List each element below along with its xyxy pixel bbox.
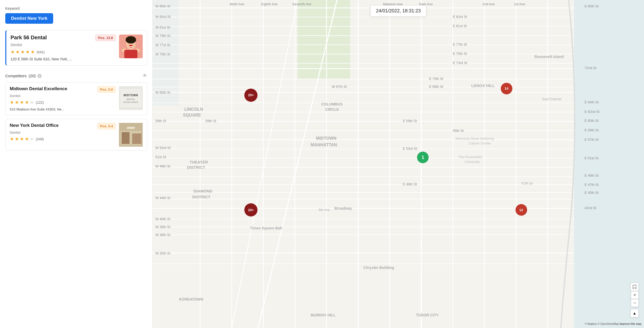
svg-point-2 [126,36,136,44]
svg-text:W 38th St: W 38th St [155,233,170,237]
svg-text:Ninth Ave: Ninth Ave [230,2,244,6]
svg-text:51st St: 51st St [155,155,166,159]
map-bookmark-button[interactable] [630,283,639,291]
svg-text:E 85th St: E 85th St [584,4,599,8]
svg-text:2nd Ave: 2nd Ave [482,2,495,6]
svg-rect-11 [120,89,141,107]
svg-text:DISTRICT: DISTRICT [192,195,210,199]
competitor-2-category: Dentist [10,131,116,134]
svg-text:E 57th St: E 57th St [584,138,599,142]
svg-text:E 58th St: E 58th St [584,128,599,132]
svg-text:59th St: 59th St [155,119,166,123]
svg-text:The Rockefeller: The Rockefeller [458,155,482,159]
competitor-card-2[interactable]: New York Dental Office Pos. 5.4 Dentist … [5,119,147,151]
svg-text:TUDOR CITY: TUDOR CITY [416,313,439,317]
competitor-1-stars: ★ ★ ★ ★ ★ (122) [10,99,116,105]
marker-20plus-bottom[interactable]: 20+ [244,203,257,216]
svg-text:72nd St: 72nd St [584,66,596,70]
svg-rect-9 [124,50,137,58]
improve-map-link[interactable]: Improve this map [620,322,641,325]
star-4: ★ [26,49,30,55]
svg-text:CIRCLE: CIRCLE [325,107,339,112]
svg-text:Seventh Ave: Seventh Ave [292,2,311,6]
keyword-badge[interactable]: Dentist New York [5,13,53,24]
svg-text:E 45th St: E 45th St [584,191,599,195]
svg-text:East Channel: East Channel [542,97,561,101]
svg-text:E 68th St: E 68th St [429,85,443,89]
svg-text:E 62nd St: E 62nd St [584,110,600,114]
info-icon[interactable]: i [37,74,42,78]
svg-text:W 53rd St: W 53rd St [155,146,171,150]
svg-text:55th St: 55th St [453,129,464,133]
svg-text:LINCOLN: LINCOLN [184,107,203,112]
svg-point-4 [132,42,133,44]
svg-text:Roosevelt Island: Roosevelt Island [534,55,564,59]
svg-rect-23 [298,0,350,79]
map-attribution: © Mapbox © OpenStreetMap Improve this ma… [585,322,641,325]
svg-text:W 85th St: W 85th St [155,4,170,8]
main-rating-count: (541) [37,50,44,54]
svg-text:DIAMOND: DIAMOND [194,189,212,193]
svg-text:E 49th St: E 49th St [584,173,599,177]
competitor-2-content: New York Dental Office Pos. 5.4 Dentist … [10,123,116,144]
main-card-category: Dentist [11,43,116,47]
svg-text:W 77st St: W 77st St [155,43,170,47]
main-result-card[interactable]: Park 56 Dental Pos. 13.8 Dentist ★ ★ ★ ★… [5,30,147,66]
eye-icon[interactable]: 👁 [142,73,147,79]
svg-text:MURRAY HILL: MURRAY HILL [311,313,336,317]
competitor-2-image [119,123,143,147]
svg-text:DENTAL: DENTAL [126,98,135,100]
svg-text:E 77th St: E 77th St [453,42,467,46]
svg-text:MIDTOWN: MIDTOWN [123,94,138,97]
svg-text:59th St: 59th St [205,119,216,123]
marker-14[interactable]: 14 [501,83,512,94]
svg-text:1st Ave: 1st Ave [514,2,525,6]
compass-button[interactable]: ▲ [630,309,639,317]
main-pos-badge: Pos. 13.8 [95,35,116,41]
marker-20plus-top[interactable]: 20+ [244,89,257,102]
marker-12[interactable]: 12 [516,204,527,216]
svg-text:LENOX HILL: LENOX HILL [471,83,495,88]
svg-text:Broadway: Broadway [334,206,352,210]
svg-text:MIDTOWN: MIDTOWN [316,136,336,141]
svg-text:E 47th St: E 47th St [584,183,599,187]
timestamp-box: 24/01/2022, 18:31:23 [370,5,426,17]
svg-text:E 64th St: E 64th St [584,100,599,104]
competitor-card-1[interactable]: Midtown Dental Excellence Pos. 5.0 Denti… [5,82,147,115]
svg-text:W 75th St: W 75th St [155,52,170,56]
svg-text:E 81st St: E 81st St [453,24,467,28]
map-zoom-controls: + − [631,291,639,307]
main-card-stars: ★ ★ ★ ★ ★ (541) [11,49,116,55]
svg-text:42nd St: 42nd St [584,206,596,210]
svg-text:E 53rd St: E 53rd St [403,147,417,151]
competitor-2-pos-badge: Pos. 5.4 [97,123,116,129]
map-container[interactable]: E 85th St 72nd St E 64th St E 62nd St E … [153,0,644,328]
svg-text:FDR Dr: FDR Dr [521,181,533,185]
svg-text:MANHATTAN: MANHATTAN [311,143,337,147]
star-3: ★ [21,49,25,55]
svg-text:6th Ave: 6th Ave [319,208,330,212]
svg-text:W 83rd St: W 83rd St [155,15,171,19]
competitor-1-category: Dentist [10,94,116,98]
zoom-out-button[interactable]: − [631,299,639,307]
svg-text:SQUARE: SQUARE [183,113,201,117]
star-half: ★ [31,49,35,55]
svg-text:W 67th St: W 67th St [332,85,347,89]
svg-text:COLUMBUS: COLUMBUS [321,102,343,106]
competitor-2-rating: (249) [36,137,44,141]
svg-text:THEATER: THEATER [190,160,208,164]
svg-text:E 46th St: E 46th St [403,182,417,186]
svg-text:W 49th St: W 49th St [155,164,170,168]
star-1: ★ [11,49,15,55]
competitor-1-address: 515 Madison Ave Suite #3303, Ne... [10,107,116,111]
competitor-1-rating: (122) [36,100,44,104]
svg-text:EXCELLENCE: EXCELLENCE [123,101,138,103]
svg-text:Memorial Sloan Kettering: Memorial Sloan Kettering [455,137,494,141]
svg-text:University: University [465,160,480,164]
marker-1[interactable]: 1 [417,152,429,163]
zoom-in-button[interactable]: + [631,291,639,299]
competitor-1-image: MIDTOWN DENTAL EXCELLENCE [119,86,143,110]
competitors-title: Competitors (20) i [5,74,42,78]
svg-text:W 39th St: W 39th St [155,225,170,229]
left-panel: Keyword Dentist New York Park 56 Dental … [0,0,153,328]
